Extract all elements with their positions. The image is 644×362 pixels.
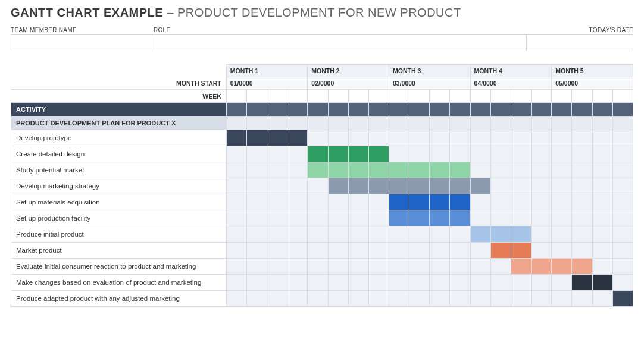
gantt-cell [552, 162, 572, 178]
gantt-cell [348, 291, 368, 307]
gantt-cell [552, 210, 572, 226]
gantt-cell [532, 178, 552, 194]
gantt-cell [612, 194, 633, 210]
team-member-name-input[interactable] [11, 34, 154, 51]
task-label: Produce adapted product with any adjuste… [11, 291, 227, 307]
gantt-bar-cell [532, 259, 552, 275]
gantt-cell [470, 275, 490, 291]
month-start-value: 03/0000 [389, 77, 470, 90]
gantt-bar-cell [490, 226, 511, 243]
section-row-cell [308, 117, 328, 130]
gantt-cell [368, 275, 389, 291]
gantt-cell [267, 146, 287, 162]
task-row: Market product [11, 243, 633, 259]
gantt-cell [328, 275, 348, 291]
todays-date-input[interactable] [526, 34, 633, 51]
task-row: Produce adapted product with any adjuste… [11, 291, 633, 307]
gantt-bar-cell [470, 226, 490, 243]
gantt-cell [226, 275, 246, 291]
week-cell [612, 90, 633, 103]
gantt-cell [226, 243, 246, 259]
task-row: Develop prototype [11, 130, 633, 146]
section-row-cell [368, 117, 389, 130]
week-cell [246, 90, 267, 103]
gantt-cell [532, 194, 552, 210]
section-row-cell [592, 117, 612, 130]
gantt-cell [612, 243, 633, 259]
gantt-header-blank [11, 65, 227, 77]
gantt-cell [490, 291, 511, 307]
week-cell [532, 90, 552, 103]
gantt-cell [552, 226, 572, 243]
gantt-cell [368, 291, 389, 307]
role-input[interactable] [154, 34, 526, 51]
gantt-cell [389, 226, 409, 243]
task-row: Set up materials acquisition [11, 194, 633, 210]
meta-name-label: TEAM MEMBER NAME [11, 27, 154, 34]
gantt-cell [552, 291, 572, 307]
gantt-cell [267, 291, 287, 307]
gantt-cell [592, 226, 612, 243]
gantt-bar-cell [430, 194, 450, 210]
gantt-cell [450, 259, 470, 275]
section-row-cell [246, 117, 267, 130]
gantt-cell [450, 275, 470, 291]
gantt-cell [430, 243, 450, 259]
section-row-cell [532, 117, 552, 130]
gantt-cell [592, 259, 612, 275]
gantt-bar-cell [511, 259, 531, 275]
task-label: Market product [11, 243, 227, 259]
activity-header: ACTIVITY [11, 103, 227, 117]
gantt-cell [592, 162, 612, 178]
gantt-bar-cell [287, 130, 308, 146]
task-label: Develop prototype [11, 130, 227, 146]
gantt-cell [450, 243, 470, 259]
gantt-cell [470, 291, 490, 307]
gantt-cell [612, 259, 633, 275]
section-row-cell [511, 117, 531, 130]
gantt-cell [267, 162, 287, 178]
gantt-cell [226, 146, 246, 162]
month-start-value: 01/0000 [226, 77, 308, 90]
gantt-cell [348, 226, 368, 243]
gantt-cell [511, 178, 531, 194]
title-thin: PRODUCT DEVELOPMENT FOR NEW PRODUCT [177, 6, 461, 19]
page-title: GANTT CHART EXAMPLE – PRODUCT DEVELOPMEN… [0, 0, 644, 22]
gantt-cell [409, 226, 430, 243]
gantt-cell [511, 162, 531, 178]
gantt-cell [450, 146, 470, 162]
gantt-cell [287, 291, 308, 307]
gantt-cell [572, 178, 592, 194]
gantt-cell [389, 243, 409, 259]
gantt-cell [226, 226, 246, 243]
gantt-cell [490, 146, 511, 162]
gantt-cell [470, 146, 490, 162]
gantt-cell [226, 178, 246, 194]
task-row: Make changes based on evaluation of prod… [11, 275, 633, 291]
gantt-bar-cell [511, 226, 531, 243]
week-cell [470, 90, 490, 103]
task-label: Create detailed design [11, 146, 227, 162]
gantt-cell [308, 259, 328, 275]
gantt-cell [328, 194, 348, 210]
month-header: MONTH 4 [470, 65, 552, 77]
gantt-cell [490, 162, 511, 178]
title-bold: GANTT CHART EXAMPLE [11, 6, 163, 19]
month-header: MONTH 1 [226, 65, 308, 77]
gantt-cell [612, 146, 633, 162]
gantt-cell [267, 226, 287, 243]
gantt-cell [470, 210, 490, 226]
gantt-bar-cell [308, 162, 328, 178]
activity-row-cell [612, 103, 633, 117]
week-cell [592, 90, 612, 103]
gantt-cell [246, 259, 267, 275]
gantt-cell [612, 130, 633, 146]
section-row-cell [389, 117, 409, 130]
gantt-cell [572, 162, 592, 178]
gantt-cell [592, 178, 612, 194]
gantt-cell [246, 291, 267, 307]
task-row: Develop marketing strategy [11, 178, 633, 194]
gantt-cell [246, 210, 267, 226]
gantt-cell [490, 130, 511, 146]
gantt-cell [409, 130, 430, 146]
